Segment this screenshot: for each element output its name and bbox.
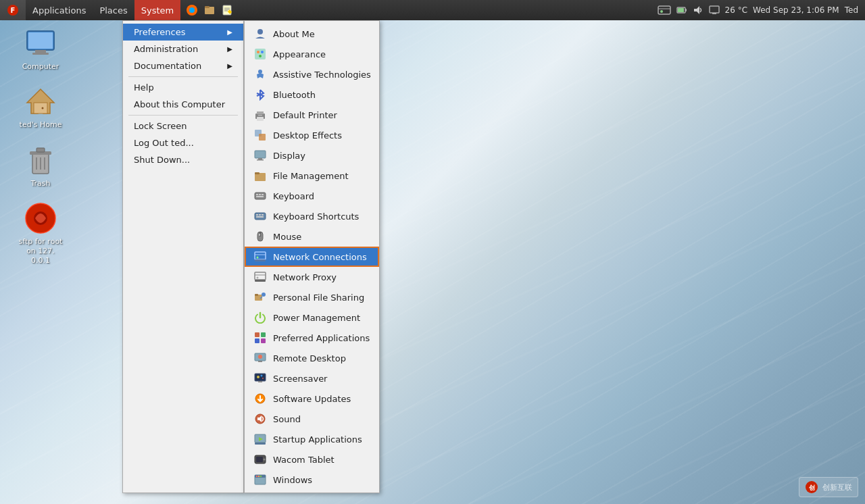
- sftp-label: sftp for root on 127. 0.0.1: [14, 237, 68, 266]
- menu-item-administration[interactable]: Administration ▶: [123, 41, 243, 57]
- menu-item-lock[interactable]: Lock Screen: [123, 118, 243, 134]
- menu-item-shutdown[interactable]: Shut Down...: [123, 151, 243, 168]
- assistive-icon: [254, 68, 266, 80]
- pref-keyboard[interactable]: Keyboard: [245, 186, 379, 206]
- taskbar: F Applications Places System: [0, 0, 865, 20]
- files-icon: [254, 170, 266, 182]
- svg-point-83: [258, 355, 262, 359]
- pref-file-management[interactable]: File Management: [245, 166, 379, 186]
- bluetooth-icon: [254, 89, 266, 101]
- pref-preferred-applications[interactable]: Preferred Applications: [245, 328, 379, 348]
- svg-rect-96: [256, 457, 263, 462]
- pref-personal-file-sharing[interactable]: Personal File Sharing: [245, 287, 379, 307]
- svg-rect-5: [205, 6, 209, 8]
- battery-tray-icon: [676, 5, 687, 16]
- updates-icon: [254, 393, 266, 405]
- svg-rect-48: [255, 151, 266, 158]
- menu-separator-1: [128, 76, 238, 77]
- svg-rect-89: [258, 381, 262, 382]
- svg-rect-55: [259, 194, 261, 195]
- apps-icon: [254, 332, 266, 344]
- computer-icon[interactable]: Computer: [14, 27, 68, 72]
- svg-rect-94: [255, 443, 266, 445]
- svg-rect-61: [262, 214, 264, 216]
- menu-item-logout[interactable]: Log Out ted...: [123, 134, 243, 151]
- pref-mouse[interactable]: Mouse: [245, 226, 379, 247]
- home-label: ted's Home: [20, 120, 62, 130]
- menu-separator-2: [128, 115, 238, 116]
- temperature-display: 26 °C: [725, 5, 747, 15]
- pref-wacom-tablet[interactable]: Wacom Tablet: [245, 449, 379, 470]
- taskbar-applications[interactable]: Applications: [26, 0, 93, 20]
- svg-rect-78: [255, 332, 260, 337]
- svg-rect-16: [678, 8, 684, 12]
- pref-remote-desktop[interactable]: Remote Desktop: [245, 348, 379, 368]
- keyboard-shortcuts-icon: [254, 210, 266, 222]
- svg-point-102: [260, 476, 262, 477]
- files-icon[interactable]: [202, 3, 217, 18]
- editor-icon[interactable]: [220, 3, 234, 18]
- svg-rect-56: [262, 194, 264, 195]
- pref-windows[interactable]: Windows: [245, 470, 379, 490]
- svg-rect-21: [28, 32, 53, 49]
- trash-icon[interactable]: Trash: [14, 144, 68, 188]
- sftp-icon[interactable]: sftp for root on 127. 0.0.1: [14, 202, 68, 266]
- svg-rect-84: [258, 361, 262, 362]
- svg-rect-44: [257, 117, 264, 121]
- menu-item-about-computer[interactable]: About this Computer: [123, 96, 243, 113]
- watermark: 创 创新互联: [799, 477, 858, 497]
- pref-display[interactable]: Display: [245, 145, 379, 166]
- pref-about-me[interactable]: About Me: [245, 24, 379, 44]
- svg-rect-11: [658, 6, 670, 14]
- svg-rect-59: [256, 214, 258, 216]
- display-tray-icon: [709, 5, 720, 16]
- pref-startup-applications[interactable]: Startup Applications: [245, 429, 379, 449]
- svg-rect-19: [712, 13, 716, 14]
- pref-default-printer[interactable]: Default Printer: [245, 105, 379, 125]
- menu-item-documentation[interactable]: Documentation ▶: [123, 57, 243, 74]
- svg-point-72: [257, 277, 259, 279]
- pref-desktop-effects[interactable]: Desktop Effects: [245, 125, 379, 145]
- effects-icon: [254, 129, 266, 141]
- menu-item-help[interactable]: Help: [123, 79, 243, 96]
- pref-keyboard-shortcuts[interactable]: Keyboard Shortcuts: [245, 206, 379, 226]
- redhat-logo-icon: F: [7, 4, 19, 16]
- taskbar-places[interactable]: Places: [93, 0, 134, 20]
- svg-rect-80: [255, 338, 260, 343]
- startup-icon: [254, 433, 266, 445]
- pref-network-proxy[interactable]: Network Proxy: [245, 267, 379, 287]
- svg-point-76: [262, 293, 266, 297]
- computer-label: Computer: [22, 62, 59, 72]
- svg-rect-22: [35, 50, 46, 53]
- menu-item-preferences[interactable]: Preferences ▶: [123, 24, 243, 41]
- desktop: F Applications Places System: [0, 0, 865, 504]
- svg-point-36: [257, 29, 263, 34]
- pref-screensaver[interactable]: Screensaver: [245, 368, 379, 388]
- pref-sound[interactable]: Sound: [245, 409, 379, 429]
- pref-network-connections[interactable]: Network Connections: [245, 247, 379, 267]
- home-icon[interactable]: ted's Home: [14, 85, 68, 130]
- svg-point-87: [261, 375, 263, 377]
- firefox-icon[interactable]: [184, 3, 199, 18]
- svg-rect-60: [259, 214, 261, 216]
- person-icon: [254, 28, 266, 40]
- taskbar-system[interactable]: System: [134, 0, 180, 20]
- svg-point-97: [264, 459, 266, 461]
- trash-label: Trash: [30, 179, 50, 188]
- quicklaunch: [180, 0, 239, 20]
- taskbar-right: 26 °C Wed Sep 23, 1:06 PM Ted: [658, 5, 865, 16]
- svg-rect-50: [257, 159, 264, 161]
- pref-software-updates[interactable]: Software Updates: [245, 388, 379, 409]
- desktop-icons: Computer ted's Home: [14, 27, 68, 266]
- system-dropdown: Preferences ▶ Administration ▶ Documenta…: [122, 20, 244, 493]
- pref-bluetooth[interactable]: Bluetooth: [245, 84, 379, 105]
- pref-power-management[interactable]: Power Management: [245, 307, 379, 328]
- taskbar-logo-area: F: [0, 0, 26, 20]
- pref-assistive[interactable]: Assistive Technologies: [245, 64, 379, 84]
- sound-icon: [254, 413, 266, 425]
- proxy-icon: [254, 271, 266, 283]
- svg-rect-75: [255, 294, 258, 296]
- mouse-icon: [254, 230, 266, 243]
- svg-point-101: [258, 476, 260, 477]
- pref-appearance[interactable]: Appearance: [245, 44, 379, 64]
